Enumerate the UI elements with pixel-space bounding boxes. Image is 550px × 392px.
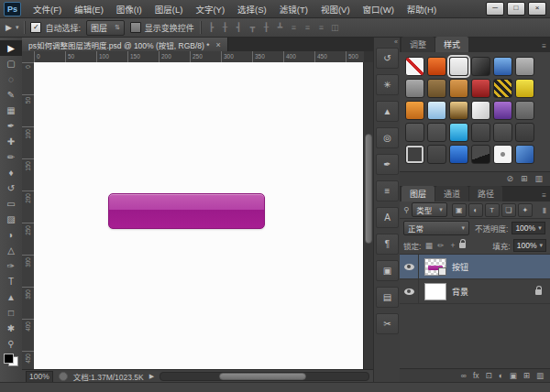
history-brush-tool[interactable]: ↺ xyxy=(0,180,22,196)
histogram-panel-icon[interactable]: ▲ xyxy=(376,101,399,122)
zoom-tool[interactable]: ⚲ xyxy=(0,336,22,352)
style-swatch[interactable] xyxy=(405,123,424,142)
style-swatch[interactable] xyxy=(471,101,490,120)
menu-item[interactable]: 图像(I) xyxy=(110,0,148,17)
eraser-tool[interactable]: ▭ xyxy=(0,196,22,212)
minimize-button[interactable]: ─ xyxy=(486,2,504,16)
crop-tool[interactable]: ▦ xyxy=(0,103,22,118)
zoom-level[interactable]: 100% xyxy=(26,371,53,383)
filter-icon[interactable]: ◐ xyxy=(468,203,483,217)
brush-tool[interactable]: ✏ xyxy=(0,149,22,165)
blur-tool[interactable]: ◗ xyxy=(0,227,22,243)
lock-position-icon[interactable]: + xyxy=(447,241,457,250)
tool-presets-panel-icon[interactable]: ✒ xyxy=(376,154,399,175)
style-swatch[interactable] xyxy=(427,79,446,98)
style-swatch[interactable] xyxy=(515,57,534,76)
move-tool[interactable]: ▶ xyxy=(0,40,22,56)
new-style-icon[interactable]: ⊞ xyxy=(521,175,528,183)
vertical-scrollbar[interactable] xyxy=(363,62,373,370)
horizontal-scrollbar[interactable] xyxy=(160,372,369,381)
style-swatch[interactable] xyxy=(449,145,468,164)
delete-layer-icon[interactable]: ▥ xyxy=(536,372,544,380)
vertical-scrollbar-thumb[interactable] xyxy=(365,134,372,244)
layer-thumbnail[interactable] xyxy=(424,283,446,300)
paragraph-panel-icon[interactable]: ¶ xyxy=(376,234,399,255)
foreground-color-swatch[interactable] xyxy=(4,354,14,364)
checkbox-checked-icon[interactable]: ✓ xyxy=(30,22,41,33)
filter-toggle-icon[interactable]: ▮ xyxy=(543,206,546,214)
style-swatch[interactable] xyxy=(493,57,512,76)
lock-pixels-icon[interactable]: ✏ xyxy=(435,241,446,250)
menu-item[interactable]: 滤镜(T) xyxy=(273,0,314,17)
history-panel-icon[interactable]: ↺ xyxy=(376,48,399,69)
panel-menu-icon[interactable]: ≡ xyxy=(542,191,550,201)
clone-stamp-tool[interactable]: ♦ xyxy=(0,165,22,180)
character-panel-icon[interactable]: A xyxy=(376,207,399,228)
info-panel-icon[interactable]: ◎ xyxy=(376,127,399,148)
color-swatches[interactable] xyxy=(4,354,18,366)
lock-all-icon[interactable] xyxy=(459,243,466,248)
eyedropper-tool[interactable]: ✒ xyxy=(0,118,22,134)
fill-field[interactable]: 100% ▾ xyxy=(513,239,546,252)
layer-comps-panel-icon[interactable]: ▣ xyxy=(376,260,399,281)
horizontal-scrollbar-thumb[interactable] xyxy=(219,373,306,380)
layer-thumbnail[interactable] xyxy=(424,258,446,276)
delete-style-icon[interactable]: ▥ xyxy=(534,175,543,183)
style-swatch[interactable] xyxy=(405,145,424,164)
style-swatch[interactable] xyxy=(515,79,534,98)
type-tool[interactable]: T xyxy=(0,274,22,289)
auto-select-target-dropdown[interactable]: 图层 ⇅ xyxy=(86,20,125,36)
document-tab[interactable]: ps如何调整图层透明度.psd @ 100% (按钮, RGB/8) * × xyxy=(22,38,228,51)
magenta-button-graphic[interactable] xyxy=(108,193,265,229)
dodge-tool[interactable]: △ xyxy=(0,243,22,258)
lasso-tool[interactable]: ◌ xyxy=(0,71,22,87)
style-swatch[interactable] xyxy=(427,57,446,76)
close-icon[interactable]: × xyxy=(216,40,221,49)
canvas[interactable] xyxy=(34,62,364,370)
link-layers-icon[interactable]: ∞ xyxy=(461,372,467,380)
tab-图层[interactable]: 图层 xyxy=(402,186,434,201)
filter-icon[interactable]: ❏ xyxy=(501,203,516,217)
tool-options-icon[interactable]: ▶ ▾ xyxy=(6,23,18,32)
style-swatch[interactable] xyxy=(493,123,512,142)
show-transform-checkbox[interactable]: ✓ 显示变换控件 xyxy=(130,22,194,34)
style-swatch[interactable] xyxy=(493,79,512,98)
clear-style-icon[interactable]: ⊘ xyxy=(506,175,513,183)
marquee-tool[interactable]: ▢ xyxy=(0,56,22,71)
style-swatch[interactable] xyxy=(449,123,468,142)
pen-tool[interactable]: ✑ xyxy=(0,258,22,274)
healing-brush-tool[interactable]: ✚ xyxy=(0,134,22,149)
layer-row[interactable]: 按钮 xyxy=(400,255,550,279)
checkbox-unchecked-icon[interactable]: ✓ xyxy=(130,22,141,33)
layer-row[interactable]: 背景 xyxy=(400,279,550,304)
style-swatch[interactable] xyxy=(515,123,534,142)
quick-selection-tool[interactable]: ✎ xyxy=(0,87,22,103)
menu-item[interactable]: 编辑(E) xyxy=(68,0,110,17)
menu-item[interactable]: 图层(L) xyxy=(148,0,190,17)
layer-visibility-toggle[interactable] xyxy=(400,255,419,278)
measure-panel-icon[interactable]: ✂ xyxy=(376,313,399,334)
layer-mask-icon[interactable]: ⊡ xyxy=(486,372,492,380)
status-arrow-icon[interactable]: ▶ xyxy=(149,373,154,380)
style-none[interactable] xyxy=(405,57,424,76)
filter-icon[interactable]: ✦ xyxy=(518,203,533,217)
adjustments-panel-icon[interactable]: ✳ xyxy=(376,74,399,95)
blend-mode-dropdown[interactable]: 正常 ▾ xyxy=(403,221,469,235)
menu-item[interactable]: 文件(F) xyxy=(27,0,68,17)
opacity-field[interactable]: 100% ▾ xyxy=(512,222,544,234)
menu-item[interactable]: 文字(Y) xyxy=(189,0,231,17)
new-layer-icon[interactable]: ⊞ xyxy=(523,372,530,380)
menu-item[interactable]: 视图(V) xyxy=(314,0,357,17)
filter-icon[interactable]: ▣ xyxy=(452,203,467,217)
tab-通道[interactable]: 通道 xyxy=(435,186,468,201)
style-swatch[interactable] xyxy=(471,145,490,164)
lock-transparent-icon[interactable]: ▦ xyxy=(424,241,434,250)
style-swatch[interactable] xyxy=(427,123,446,142)
hand-tool[interactable]: ✱ xyxy=(0,321,22,336)
path-selection-tool[interactable]: ▲ xyxy=(0,289,22,305)
tab-路径[interactable]: 路径 xyxy=(469,186,502,201)
style-swatch[interactable] xyxy=(493,101,512,120)
adjustment-layer-icon[interactable]: ◐ xyxy=(499,372,503,380)
maximize-button[interactable]: □ xyxy=(507,2,525,16)
filter-icon[interactable]: T xyxy=(485,203,500,217)
